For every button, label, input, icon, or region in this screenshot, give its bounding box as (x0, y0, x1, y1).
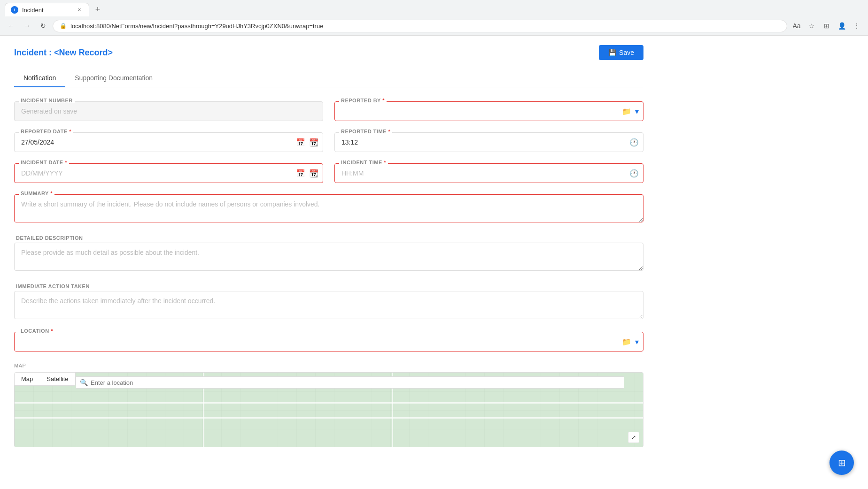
menu-icon: ⋮ (853, 22, 860, 30)
location-chevron-icon[interactable]: ▾ (635, 337, 639, 346)
page-title: Incident : <New Record> (14, 48, 113, 58)
tab-notification[interactable]: Notification (14, 69, 65, 87)
favorites-icon: ☆ (809, 22, 815, 30)
immediate-action-input[interactable] (14, 291, 643, 319)
incident-time-clock-icon[interactable]: 🕐 (629, 169, 639, 178)
summary-label: SUMMARY (19, 191, 54, 196)
tab-title: Incident (22, 7, 44, 14)
tab-bar: i Incident × + (0, 0, 868, 16)
reported-time-clock-icon[interactable]: 🕐 (629, 138, 639, 147)
map-view-button[interactable]: Map (15, 373, 39, 385)
map-search: 🔍 (76, 376, 624, 389)
save-icon: 💾 (608, 49, 616, 56)
forward-button[interactable]: → (21, 19, 34, 32)
form-row-2: REPORTED DATE 📅 📆 REPORTED TIME 🕐 (14, 132, 643, 152)
incident-date-label: INCIDENT DATE (19, 160, 69, 165)
form-row-1: INCIDENT NUMBER REPORTED BY 📁 ▾ (14, 101, 643, 121)
incident-date-calendar-alt-icon[interactable]: 📆 (309, 169, 318, 178)
back-button[interactable]: ← (5, 19, 18, 32)
form-row-3: INCIDENT DATE 📅 📆 INCIDENT TIME 🕐 (14, 163, 643, 183)
reported-time-field: REPORTED TIME 🕐 (334, 132, 643, 152)
menu-button[interactable]: ⋮ (850, 19, 863, 32)
tab-favicon: i (11, 6, 18, 14)
map-expand-icon: ⤢ (631, 434, 636, 441)
map-search-icon: 🔍 (80, 379, 88, 386)
incident-time-field: INCIDENT TIME 🕐 (334, 163, 643, 183)
reported-time-label: REPORTED TIME (339, 129, 392, 134)
record-link[interactable]: <New Record> (54, 48, 113, 57)
map-container: Map Satellite 🔍 ⤢ (14, 372, 643, 447)
satellite-view-button[interactable]: Satellite (40, 373, 75, 385)
toolbar-right: Aa ☆ ⊞ 👤 ⋮ (790, 19, 863, 32)
reported-date-input[interactable] (14, 132, 323, 152)
forward-icon: → (24, 22, 31, 30)
refresh-icon: ↻ (40, 22, 46, 30)
reported-date-calendar-alt-icon[interactable]: 📆 (309, 138, 318, 147)
url-text: localhost:8080/NetForms/new/Incident?pas… (70, 23, 323, 30)
reported-by-folder-icon[interactable]: 📁 (622, 107, 631, 116)
reported-date-field: REPORTED DATE 📅 📆 (14, 132, 323, 152)
tab-close-button[interactable]: × (76, 6, 83, 14)
tab-supporting-documentation[interactable]: Supporting Documentation (65, 69, 162, 87)
collections-button[interactable]: ⊞ (820, 19, 833, 32)
address-bar[interactable]: 🔒 localhost:8080/NetForms/new/Incident?p… (53, 20, 787, 32)
incident-number-field: INCIDENT NUMBER (14, 101, 323, 121)
collections-icon: ⊞ (824, 22, 829, 30)
browser-chrome: i Incident × + ← → ↻ 🔒 localhost:8080/Ne… (0, 0, 868, 36)
summary-input[interactable] (14, 194, 643, 222)
incident-date-calendar-icon[interactable]: 📅 (296, 169, 305, 178)
incident-date-field: INCIDENT DATE 📅 📆 (14, 163, 323, 183)
incident-time-icons: 🕐 (629, 169, 639, 178)
map-search-input[interactable] (91, 379, 620, 386)
fab-icon: ⊞ (838, 457, 846, 468)
reported-by-field: REPORTED BY 📁 ▾ (334, 101, 643, 121)
summary-field: SUMMARY (14, 194, 643, 224)
read-mode-icon: Aa (792, 22, 800, 30)
location-label: LOCATION (19, 328, 55, 334)
page-content: Incident : <New Record> 💾 Save Notificat… (0, 36, 658, 468)
incident-number-input (14, 101, 323, 121)
browser-tab-incident[interactable]: i Incident × (5, 3, 89, 16)
incident-date-icons: 📅 📆 (296, 169, 318, 178)
location-folder-icon[interactable]: 📁 (622, 337, 631, 346)
reported-date-calendar-icon[interactable]: 📅 (296, 138, 305, 147)
map-expand-button[interactable]: ⤢ (628, 432, 639, 443)
back-icon: ← (8, 22, 15, 30)
fab-button[interactable]: ⊞ (829, 451, 854, 468)
reported-date-icons: 📅 📆 (296, 138, 318, 147)
incident-time-label: INCIDENT TIME (339, 160, 388, 165)
immediate-action-label: IMMEDIATE ACTION TAKEN (14, 283, 643, 289)
reported-by-input[interactable] (334, 101, 643, 121)
page-header: Incident : <New Record> 💾 Save (14, 45, 643, 60)
immediate-action-field: IMMEDIATE ACTION TAKEN (14, 283, 643, 321)
tab-bar-form: Notification Supporting Documentation (14, 69, 643, 87)
detailed-description-input[interactable] (14, 243, 643, 271)
reported-time-input[interactable] (334, 132, 643, 152)
location-field: LOCATION 📁 ▾ (14, 332, 643, 351)
detailed-description-field: DETAILED DESCRIPTION (14, 235, 643, 272)
reported-by-label: REPORTED BY (339, 98, 387, 103)
map-label: MAP (14, 363, 643, 368)
incident-date-input[interactable] (14, 163, 323, 183)
favorites-button[interactable]: ☆ (805, 19, 818, 32)
reported-date-label: REPORTED DATE (19, 129, 73, 134)
reported-by-icons: 📁 ▾ (622, 107, 639, 116)
incident-number-label: INCIDENT NUMBER (19, 98, 75, 103)
incident-time-input[interactable] (334, 163, 643, 183)
reported-by-chevron-icon[interactable]: ▾ (635, 107, 639, 116)
map-section: MAP Map Satellite 🔍 ⤢ (14, 363, 643, 447)
map-toolbar: Map Satellite (15, 373, 76, 386)
location-icons: 📁 ▾ (622, 337, 639, 346)
profile-button[interactable]: 👤 (835, 19, 848, 32)
profile-icon: 👤 (838, 22, 846, 30)
location-input[interactable] (14, 332, 643, 351)
new-tab-button[interactable]: + (91, 3, 104, 16)
reported-time-icons: 🕐 (629, 138, 639, 147)
detailed-description-label: DETAILED DESCRIPTION (14, 235, 643, 241)
save-button[interactable]: 💾 Save (599, 45, 643, 60)
refresh-button[interactable]: ↻ (37, 19, 50, 32)
lock-icon: 🔒 (60, 23, 67, 29)
read-mode-button[interactable]: Aa (790, 19, 803, 32)
browser-toolbar: ← → ↻ 🔒 localhost:8080/NetForms/new/Inci… (0, 16, 868, 35)
